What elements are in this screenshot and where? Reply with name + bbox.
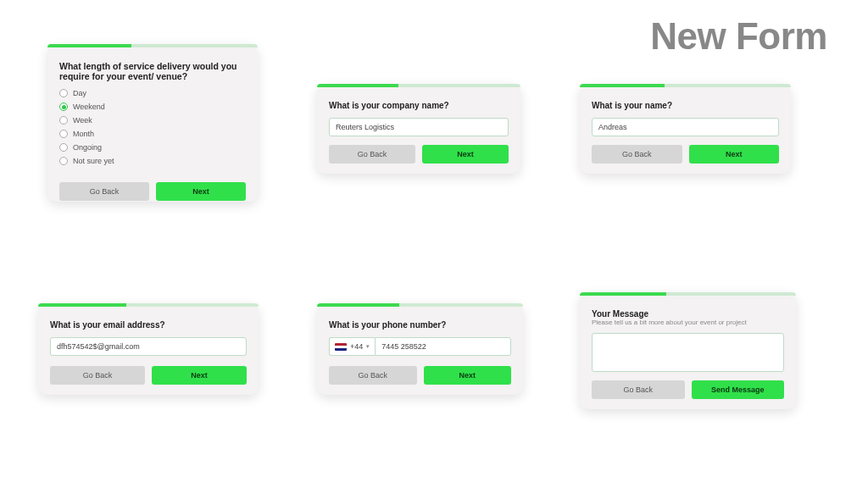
chevron-down-icon: ▾ bbox=[366, 343, 370, 350]
radio-label: Day bbox=[73, 89, 86, 97]
phone-input[interactable] bbox=[375, 337, 511, 356]
radio-icon bbox=[59, 103, 68, 111]
next-button[interactable]: Next bbox=[152, 366, 247, 385]
flag-icon bbox=[335, 343, 347, 351]
radio-option[interactable]: Ongoing bbox=[59, 143, 246, 152]
next-button[interactable]: Next bbox=[156, 182, 246, 201]
name-card: What is your name? Go Back Next bbox=[580, 84, 791, 174]
radio-option[interactable]: Day bbox=[59, 89, 246, 97]
radio-icon bbox=[59, 130, 68, 138]
go-back-button[interactable]: Go Back bbox=[592, 380, 685, 399]
message-card: Your Message Please tell us a bit more a… bbox=[580, 292, 796, 409]
next-button[interactable]: Next bbox=[422, 145, 509, 164]
radio-icon bbox=[59, 143, 68, 152]
company-name-card: What is your company name? Go Back Next bbox=[317, 84, 520, 174]
go-back-button[interactable]: Go Back bbox=[50, 366, 145, 385]
send-message-button[interactable]: Send Message bbox=[692, 380, 785, 399]
go-back-button[interactable]: Go Back bbox=[329, 145, 415, 164]
company-name-prompt: What is your company name? bbox=[329, 101, 509, 110]
email-input[interactable] bbox=[50, 337, 247, 356]
next-button[interactable]: Next bbox=[689, 145, 780, 164]
service-length-options: DayWeekendWeekMonthOngoingNot sure yet bbox=[59, 89, 246, 165]
radio-label: Not sure yet bbox=[73, 157, 114, 165]
dial-code: +44 bbox=[350, 342, 363, 351]
message-subtext: Please tell us a bit more about your eve… bbox=[592, 319, 784, 326]
radio-option[interactable]: Week bbox=[59, 116, 246, 125]
radio-option[interactable]: Not sure yet bbox=[59, 157, 246, 165]
name-prompt: What is your name? bbox=[592, 101, 779, 110]
company-name-input[interactable] bbox=[329, 118, 509, 136]
go-back-button[interactable]: Go Back bbox=[329, 366, 417, 385]
email-card: What is your email address? Go Back Next bbox=[38, 303, 259, 395]
go-back-button[interactable]: Go Back bbox=[59, 182, 149, 201]
phone-prompt: What is your phone number? bbox=[329, 320, 511, 330]
phone-country-selector[interactable]: +44 ▾ bbox=[329, 337, 375, 356]
radio-label: Weekend bbox=[73, 103, 105, 111]
radio-option[interactable]: Weekend bbox=[59, 103, 246, 111]
name-input[interactable] bbox=[592, 118, 779, 136]
radio-icon bbox=[59, 89, 68, 97]
phone-card: What is your phone number? +44 ▾ Go Back… bbox=[317, 303, 523, 395]
radio-label: Ongoing bbox=[73, 143, 102, 152]
email-prompt: What is your email address? bbox=[50, 320, 247, 330]
radio-icon bbox=[59, 157, 68, 165]
message-prompt: Your Message bbox=[592, 309, 784, 319]
page-title: New Form bbox=[650, 15, 827, 58]
radio-option[interactable]: Month bbox=[59, 130, 246, 138]
service-length-card: What length of service delivery would yo… bbox=[47, 44, 258, 202]
message-textarea[interactable] bbox=[592, 333, 784, 372]
next-button[interactable]: Next bbox=[424, 366, 512, 385]
go-back-button[interactable]: Go Back bbox=[592, 145, 682, 164]
service-length-prompt: What length of service delivery would yo… bbox=[59, 61, 246, 81]
radio-label: Week bbox=[73, 116, 92, 125]
radio-icon bbox=[59, 116, 68, 125]
radio-label: Month bbox=[73, 130, 94, 138]
